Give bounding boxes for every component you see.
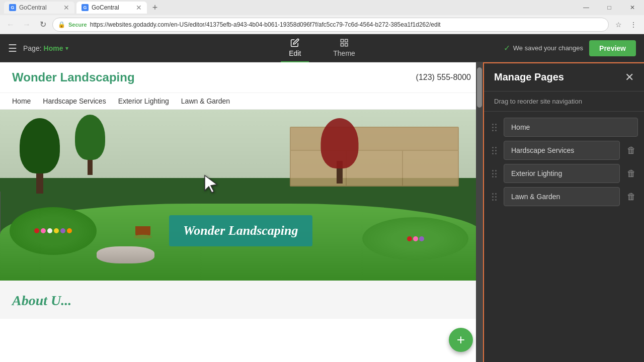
add-section-button[interactable]: + [449,328,473,352]
flowers-right [362,217,468,260]
nav-hardscape[interactable]: Hardscape Services [43,97,106,105]
browser-tab-2[interactable]: G GoCentral ✕ [76,2,147,14]
canopy-mid-left [75,115,105,160]
scrollbar-thumb[interactable] [477,67,482,108]
dot [495,199,497,201]
dot [492,193,494,195]
flower-purple [60,228,65,233]
page-name-home: Home [504,118,638,137]
edit-tab-label: Edit [289,49,301,57]
scrollbar[interactable] [476,62,483,362]
reload-button[interactable]: ↻ [36,18,49,31]
saved-indicator: ✓ We saved your changes [504,43,583,53]
site-nav: Home Hardscape Services Exterior Lightin… [0,93,483,110]
deck-top [291,128,458,151]
delete-lawn-button[interactable]: 🗑 [625,190,638,204]
website-preview: FEEDBACK Wonder Landscaping (123) 555-80… [0,62,483,362]
page-label: Page: [23,44,42,52]
nav-lawn[interactable]: Lawn & Garden [181,97,230,105]
bookmark-button[interactable]: ☆ [612,18,625,31]
about-title: About U... [12,293,471,309]
topbar-right: ✓ We saved your changes Preview [504,40,636,56]
tree-left [15,118,65,194]
app-container: ☰ Page: Home ▾ Edit Theme [0,34,644,362]
lock-icon: 🔒 [58,21,65,28]
drag-dots-exterior [492,170,497,177]
flower-pink [41,228,46,233]
current-page-name: Home [44,44,63,52]
delete-hardscape-button[interactable]: 🗑 [625,143,638,158]
page-dropdown-button[interactable]: ▾ [65,45,68,52]
settings-button[interactable]: ⋮ [627,18,640,31]
deck [290,127,459,187]
forward-button[interactable]: → [20,18,33,31]
dot [495,173,497,174]
address-bar[interactable]: 🔒 Secure https://websites.godaddy.com/en… [52,18,609,32]
page-item-lawn: Lawn & Garden 🗑 [490,187,638,206]
feedback-tab[interactable]: FEEDBACK [0,192,1,233]
drag-handle-hardscape[interactable] [490,145,499,156]
dot [495,150,497,151]
site-logo: Wonder Landscaping [12,70,135,84]
dot [495,176,497,177]
manage-pages-panel: Manage Pages ✕ Drag to reorder site navi… [483,62,644,362]
browser-navbar: ← → ↻ 🔒 Secure https://websites.godaddy.… [0,15,644,34]
close-button[interactable]: ✕ [621,0,644,15]
drag-handle-home[interactable] [490,122,499,133]
garden-background [0,110,483,281]
drag-dots-lawn [492,193,497,201]
dot [492,127,494,128]
flower-pink-r [413,236,418,241]
hamburger-button[interactable]: ☰ [8,42,17,54]
dot [495,127,497,128]
theme-tab[interactable]: Theme [325,34,363,62]
saved-message: We saved your changes [513,44,583,52]
dot [492,124,494,125]
flower-yellow [54,228,59,233]
browser-tab-1[interactable]: G GoCentral ✕ [4,2,74,14]
flower-pot [135,220,150,238]
app-topbar: ☰ Page: Home ▾ Edit Theme [0,34,644,62]
page-label-exterior: Exterior Lighting [511,169,562,177]
dot [495,170,497,171]
svg-rect-2 [341,43,343,46]
dot [495,196,497,198]
minimize-button[interactable]: — [575,0,598,15]
hero-title: Wonder Landscaping [183,223,298,238]
flower-red-r [407,236,412,241]
add-icon: + [457,332,465,348]
tab-close-1[interactable]: ✕ [63,4,69,11]
back-button[interactable]: ← [4,18,17,31]
dot [492,147,494,148]
preview-button[interactable]: Preview [589,40,636,56]
panel-subtitle: Drag to reorder site navigation [484,92,644,112]
delete-exterior-button[interactable]: 🗑 [625,166,638,181]
panel-close-button[interactable]: ✕ [625,72,634,83]
dot [492,170,494,171]
page-label-hardscape: Hardscape Services [511,146,574,154]
new-tab-button[interactable]: + [149,2,161,14]
flower-purple-r [419,236,424,241]
drag-dots-home [492,124,497,131]
tab-close-2[interactable]: ✕ [136,4,142,11]
dot [495,124,497,125]
svg-rect-0 [341,39,343,42]
nav-home[interactable]: Home [12,97,31,105]
theme-icon [340,38,349,47]
tree-right [317,118,362,184]
secure-label: Secure [68,22,87,28]
flower-bed-left [10,207,97,255]
drag-handle-lawn[interactable] [490,191,499,203]
preview-inner: Wonder Landscaping (123) 555-8000 Home H… [0,62,483,362]
hero-title-box: Wonder Landscaping [169,215,312,246]
main-content: FEEDBACK Wonder Landscaping (123) 555-80… [0,62,644,362]
maximize-button[interactable]: □ [598,0,621,15]
svg-rect-3 [345,43,348,46]
nav-exterior-lighting[interactable]: Exterior Lighting [118,97,169,105]
drag-handle-exterior[interactable] [490,168,499,179]
edit-tab[interactable]: Edit [281,34,309,62]
canopy-right [321,118,359,168]
url-text: https://websites.godaddy.com/en-US/edito… [90,21,603,28]
bottom-preview: About U... [0,281,483,319]
canopy-left [20,118,60,173]
